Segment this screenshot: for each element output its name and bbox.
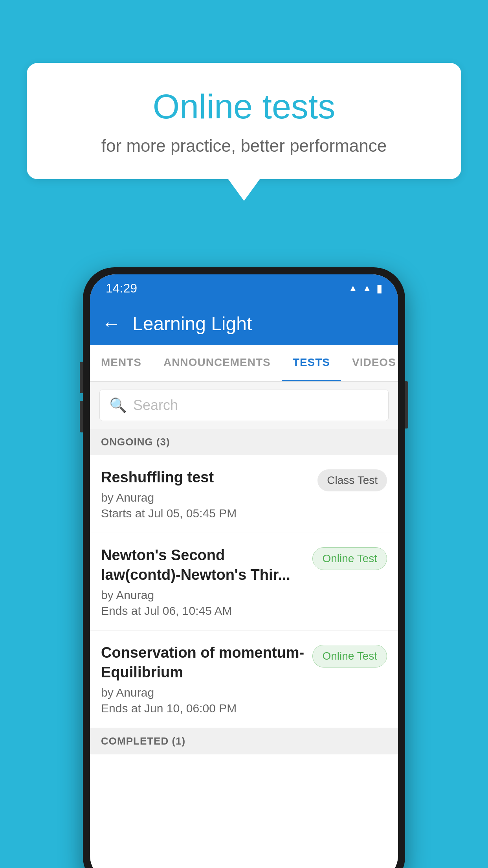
tab-videos[interactable]: VIDEOS [341, 345, 398, 381]
test-date: Ends at Jun 10, 06:00 PM [101, 702, 305, 715]
test-info: Reshuffling test by Anurag Starts at Jul… [101, 468, 310, 520]
test-item[interactable]: Reshuffling test by Anurag Starts at Jul… [90, 455, 398, 533]
app-bar: ← Learning Light [90, 302, 398, 345]
speech-bubble: Online tests for more practice, better p… [27, 63, 461, 179]
tab-ments[interactable]: MENTS [90, 345, 152, 381]
wifi-icon [348, 283, 358, 294]
volume-down-button [80, 401, 83, 432]
test-date: Starts at Jul 05, 05:45 PM [101, 507, 310, 520]
phone-screen: 14:29 ← Learning Light MENTS ANNOUNCEMEN… [90, 274, 398, 868]
app-bar-title: Learning Light [132, 313, 252, 335]
test-badge: Online Test [312, 645, 387, 668]
test-author: by Anurag [101, 686, 305, 699]
power-button [405, 381, 408, 428]
phone-outer: 14:29 ← Learning Light MENTS ANNOUNCEMEN… [83, 267, 405, 868]
battery-icon [376, 282, 382, 295]
tab-tests[interactable]: TESTS [282, 345, 341, 381]
test-badge: Online Test [312, 547, 387, 570]
search-input[interactable]: Search [133, 397, 178, 414]
test-date: Ends at Jul 06, 10:45 AM [101, 604, 305, 618]
completed-section-header: COMPLETED (1) [90, 728, 398, 754]
test-info: Conservation of momentum-Equilibrium by … [101, 643, 305, 715]
back-button[interactable]: ← [102, 313, 121, 335]
volume-up-button [80, 362, 83, 393]
test-author: by Anurag [101, 491, 310, 504]
test-badge: Class Test [317, 469, 387, 491]
speech-bubble-subtitle: for more practice, better performance [58, 136, 430, 156]
status-bar: 14:29 [90, 274, 398, 302]
test-name: Newton's Second law(contd)-Newton's Thir… [101, 546, 305, 585]
test-author: by Anurag [101, 588, 305, 602]
status-time: 14:29 [106, 281, 137, 296]
ongoing-section-header: ONGOING (3) [90, 429, 398, 455]
status-icons [348, 282, 382, 295]
search-icon: 🔍 [109, 397, 127, 414]
phone-container: 14:29 ← Learning Light MENTS ANNOUNCEMEN… [83, 267, 405, 868]
signal-icon [362, 283, 372, 294]
search-bar[interactable]: 🔍 Search [99, 390, 389, 421]
test-item[interactable]: Newton's Second law(contd)-Newton's Thir… [90, 533, 398, 631]
test-item[interactable]: Conservation of momentum-Equilibrium by … [90, 631, 398, 728]
speech-bubble-container: Online tests for more practice, better p… [27, 63, 461, 201]
test-name: Reshuffling test [101, 468, 310, 487]
test-list: Reshuffling test by Anurag Starts at Jul… [90, 455, 398, 728]
speech-bubble-arrow [228, 179, 260, 201]
search-container: 🔍 Search [90, 382, 398, 429]
tabs-container: MENTS ANNOUNCEMENTS TESTS VIDEOS [90, 345, 398, 382]
tab-announcements[interactable]: ANNOUNCEMENTS [152, 345, 282, 381]
test-info: Newton's Second law(contd)-Newton's Thir… [101, 546, 305, 618]
speech-bubble-title: Online tests [58, 86, 430, 127]
test-name: Conservation of momentum-Equilibrium [101, 643, 305, 682]
